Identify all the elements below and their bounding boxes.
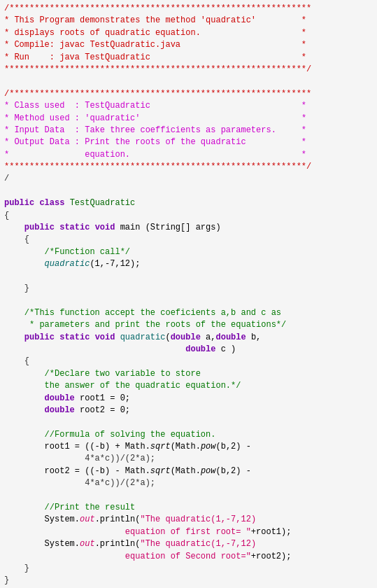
line-44: equation of first root= "+root1);: [4, 526, 373, 538]
line-43: System.out.println("The quadratic(1,-7,1…: [4, 514, 373, 526]
line-4: * Compile: javac TestQuadratic.java *: [4, 39, 373, 51]
line-16: [4, 186, 373, 197]
line-31: /*Declare two variable to store: [4, 368, 373, 380]
line-2: * This Program demonstrates the method '…: [4, 15, 373, 27]
line-19: public static void main (String[] args): [4, 222, 373, 234]
line-23: [4, 271, 373, 283]
line-21: /*Function call*/: [4, 246, 373, 258]
equation-first-label: equation of first: [125, 527, 211, 537]
line-24: }: [4, 283, 373, 295]
line-3: * displays roots of quadratic equation. …: [4, 27, 373, 39]
line-34: double root2 = 0;: [4, 405, 373, 416]
line-41: [4, 490, 373, 502]
line-40: 4*a*c))/(2*a);: [4, 477, 373, 489]
line-7: [4, 76, 373, 88]
line-45: System.out.println("The quadratic(1,-7,1…: [4, 538, 373, 550]
line-38: 4*a*c))/(2*a);: [4, 453, 373, 465]
line-47: }: [4, 563, 373, 575]
line-39: root2 = ((-b) - Math.sqrt(Math.pow(b,2) …: [4, 465, 373, 477]
line-13: * equation. *: [4, 149, 373, 161]
line-11: * Input Data : Take three coefficients a…: [4, 125, 373, 136]
line-46: equation of Second root="+root2);: [4, 551, 373, 563]
line-32: the answer of the quadratic equation.*/: [4, 380, 373, 392]
line-33: double root1 = 0;: [4, 393, 373, 405]
line-25: [4, 295, 373, 307]
line-48: }: [4, 575, 373, 587]
line-37: root1 = ((-b) + Math.sqrt(Math.pow(b,2) …: [4, 441, 373, 453]
code-container: /***************************************…: [0, 0, 377, 588]
line-18: {: [4, 210, 373, 222]
line-26: /*This function accept the coeficients a…: [4, 307, 373, 319]
line-10: * Method used : 'quadratic' *: [4, 113, 373, 125]
line-27: * parameters and print the roots of the …: [4, 319, 373, 331]
line-28: public static void quadratic(double a,do…: [4, 332, 373, 344]
line-17: public class TestQuadratic: [4, 197, 373, 209]
line-14: ****************************************…: [4, 161, 373, 173]
line-29: double c ): [4, 344, 373, 356]
line-30: {: [4, 356, 373, 368]
line-1: /***************************************…: [4, 3, 373, 15]
line-35: [4, 416, 373, 428]
line-42: //Print the result: [4, 502, 373, 514]
line-36: //Formula of solving the equation.: [4, 429, 373, 441]
line-8: /***************************************…: [4, 88, 373, 100]
line-12: * Output Data : Print the roots of the q…: [4, 136, 373, 148]
line-5: * Run : java TestQuadratic *: [4, 52, 373, 64]
line-22: quadratic(1,-7,12);: [4, 258, 373, 270]
line-15: /: [4, 173, 373, 185]
line-20: {: [4, 234, 373, 246]
line-9: * Class used : TestQuadratic *: [4, 100, 373, 112]
line-6: ****************************************…: [4, 64, 373, 76]
